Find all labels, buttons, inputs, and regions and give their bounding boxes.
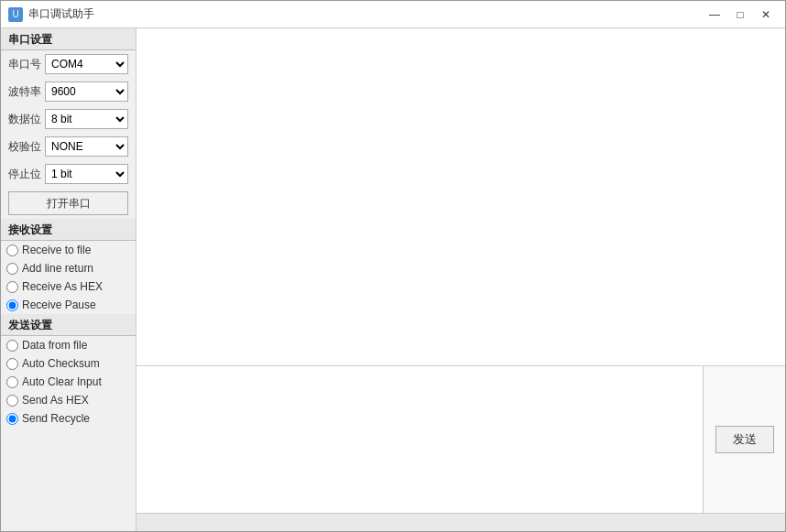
stop-bits-row: 停止位 1 bit 1.5 bit 2 bit	[1, 160, 136, 188]
port-select[interactable]: COM4 COM1 COM2 COM3 COM5	[45, 54, 128, 74]
receive-as-hex-label: Receive As HEX	[22, 280, 103, 293]
main-window: U 串口调试助手 — □ ✕ 串口设置 串口号 COM4 COM1 COM2 C…	[0, 0, 786, 532]
status-bar	[136, 513, 785, 531]
send-actions: 发送	[703, 366, 785, 513]
parity-select[interactable]: NONE ODD EVEN	[45, 136, 128, 157]
port-row: 串口号 COM4 COM1 COM2 COM3 COM5	[1, 50, 136, 78]
data-from-file-label: Data from file	[22, 339, 87, 352]
receive-to-file-radio[interactable]	[6, 244, 18, 256]
send-as-hex-row: Send As HEX	[1, 391, 136, 409]
parity-label: 校验位	[8, 139, 41, 155]
app-icon: U	[8, 7, 23, 22]
receive-pause-label: Receive Pause	[22, 299, 96, 311]
baud-row: 波特率 9600 1200 2400 4800 19200 38400 5760…	[1, 78, 136, 105]
receive-section-header: 接收设置	[1, 219, 136, 241]
receive-as-hex-radio[interactable]	[6, 281, 18, 293]
window-controls: — □ ✕	[703, 5, 778, 24]
auto-checksum-radio[interactable]	[6, 358, 18, 370]
send-recycle-label: Send Recycle	[22, 412, 90, 425]
receive-to-file-row: Receive to file	[1, 241, 136, 259]
content-area: 串口设置 串口号 COM4 COM1 COM2 COM3 COM5 波特率 96…	[1, 28, 785, 531]
sidebar: 串口设置 串口号 COM4 COM1 COM2 COM3 COM5 波特率 96…	[1, 28, 136, 531]
data-bits-row: 数据位 8 bit 5 bit 6 bit 7 bit	[1, 105, 136, 133]
send-button[interactable]: 发送	[715, 426, 774, 453]
send-recycle-row: Send Recycle	[1, 409, 136, 428]
open-port-button[interactable]: 打开串口	[8, 191, 128, 215]
add-line-return-row: Add line return	[1, 259, 136, 277]
auto-clear-input-radio[interactable]	[6, 376, 18, 388]
send-panel: 发送	[136, 366, 785, 513]
data-bits-select[interactable]: 8 bit 5 bit 6 bit 7 bit	[45, 109, 128, 129]
send-section-header: 发送设置	[1, 314, 136, 336]
send-recycle-radio[interactable]	[6, 413, 18, 425]
stop-bits-select[interactable]: 1 bit 1.5 bit 2 bit	[45, 164, 128, 184]
send-as-hex-radio[interactable]	[6, 395, 18, 407]
auto-checksum-label: Auto Checksum	[22, 357, 100, 370]
stop-bits-label: 停止位	[8, 167, 41, 182]
auto-checksum-row: Auto Checksum	[1, 354, 136, 373]
add-line-return-radio[interactable]	[6, 263, 18, 275]
data-from-file-radio[interactable]	[6, 340, 18, 352]
add-line-return-label: Add line return	[22, 262, 93, 275]
auto-clear-input-label: Auto Clear Input	[22, 375, 102, 388]
receive-pause-row: Receive Pause	[1, 296, 136, 314]
data-from-file-row: Data from file	[1, 336, 136, 354]
receive-to-file-label: Receive to file	[22, 244, 91, 256]
parity-row: 校验位 NONE ODD EVEN	[1, 133, 136, 160]
data-bits-label: 数据位	[8, 112, 41, 127]
receive-pause-radio[interactable]	[6, 299, 18, 311]
baud-select[interactable]: 9600 1200 2400 4800 19200 38400 57600 11…	[45, 81, 128, 102]
auto-clear-input-row: Auto Clear Input	[1, 373, 136, 391]
title-bar: U 串口调试助手 — □ ✕	[1, 1, 785, 28]
port-label: 串口号	[8, 57, 41, 72]
serial-section-header: 串口设置	[1, 28, 136, 50]
main-area: 发送	[136, 28, 785, 531]
close-button[interactable]: ✕	[754, 5, 778, 24]
window-title: 串口调试助手	[28, 6, 703, 22]
maximize-button[interactable]: □	[728, 5, 752, 24]
minimize-button[interactable]: —	[703, 5, 726, 24]
baud-label: 波特率	[8, 84, 41, 100]
receive-panel	[136, 28, 785, 366]
send-textarea[interactable]	[136, 366, 703, 513]
send-as-hex-label: Send As HEX	[22, 394, 89, 407]
receive-as-hex-row: Receive As HEX	[1, 277, 136, 296]
